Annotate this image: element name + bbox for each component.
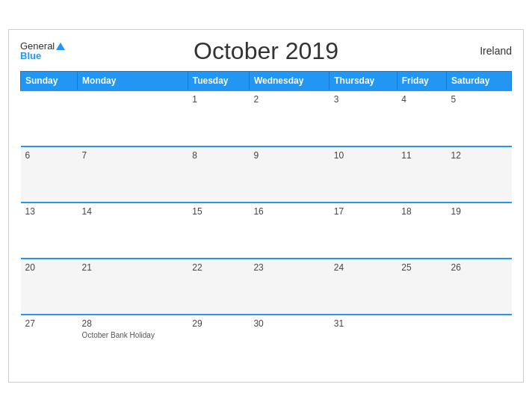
calendar-week-row: 13141516171819 (21, 203, 512, 259)
holiday-label: October Bank Holiday (82, 330, 184, 340)
day-number: 16 (253, 206, 324, 217)
day-number: 23 (253, 262, 324, 273)
calendar-day-cell: 20 (21, 259, 78, 315)
calendar-day-cell: 4 (397, 90, 446, 146)
day-number: 7 (82, 150, 184, 161)
day-number: 27 (25, 318, 73, 329)
day-number: 1 (192, 94, 244, 105)
calendar-day-cell: 9 (249, 146, 329, 203)
logo: General Blue (20, 41, 65, 61)
calendar-day-cell (447, 315, 512, 371)
calendar-day-cell: 27 (21, 315, 78, 371)
calendar-day-cell: 25 (397, 259, 446, 315)
calendar-day-cell: 10 (330, 146, 398, 203)
day-number: 15 (192, 206, 244, 217)
calendar-day-cell: 6 (21, 146, 78, 203)
calendar-day-cell: 14 (78, 203, 188, 259)
calendar-week-row: 20212223242526 (21, 259, 512, 315)
calendar-day-cell: 19 (447, 203, 512, 259)
day-number: 19 (451, 206, 507, 217)
header-wednesday: Wednesday (249, 71, 329, 90)
logo-blue-text: Blue (20, 51, 41, 61)
calendar-day-cell: 11 (397, 146, 446, 203)
day-number: 3 (334, 94, 393, 105)
calendar-day-cell: 26 (447, 259, 512, 315)
weekday-header-row: Sunday Monday Tuesday Wednesday Thursday… (21, 71, 512, 90)
day-number: 31 (334, 318, 393, 329)
day-number: 5 (451, 94, 507, 105)
calendar-day-cell: 1 (188, 90, 249, 146)
day-number: 11 (401, 150, 442, 161)
day-number: 10 (334, 150, 393, 161)
calendar-day-cell: 30 (249, 315, 329, 371)
header-monday: Monday (78, 71, 188, 90)
day-number: 21 (82, 262, 184, 273)
day-number: 25 (401, 262, 442, 273)
calendar-day-cell: 28October Bank Holiday (78, 315, 188, 371)
day-number: 8 (192, 150, 244, 161)
calendar-day-cell: 3 (330, 90, 398, 146)
header-tuesday: Tuesday (188, 71, 249, 90)
day-number: 22 (192, 262, 244, 273)
day-number: 24 (334, 262, 393, 273)
calendar-day-cell: 22 (188, 259, 249, 315)
calendar-day-cell: 31 (330, 315, 398, 371)
calendar-container: General Blue October 2019 Ireland Sunday… (8, 29, 524, 383)
day-number: 14 (82, 206, 184, 217)
calendar-day-cell: 24 (330, 259, 398, 315)
calendar-day-cell: 17 (330, 203, 398, 259)
day-number: 17 (334, 206, 393, 217)
calendar-day-cell: 15 (188, 203, 249, 259)
calendar-day-cell: 5 (447, 90, 512, 146)
calendar-header: General Blue October 2019 Ireland (20, 37, 512, 65)
day-number: 13 (25, 206, 73, 217)
calendar-day-cell (21, 90, 78, 146)
calendar-day-cell: 12 (447, 146, 512, 203)
day-number: 6 (25, 150, 73, 161)
calendar-day-cell: 21 (78, 259, 188, 315)
day-number: 18 (401, 206, 442, 217)
day-number: 9 (253, 150, 324, 161)
day-number: 2 (253, 94, 324, 105)
calendar-grid: Sunday Monday Tuesday Wednesday Thursday… (20, 71, 512, 371)
day-number: 29 (192, 318, 244, 329)
day-number: 20 (25, 262, 73, 273)
calendar-day-cell: 7 (78, 146, 188, 203)
day-number: 26 (451, 262, 507, 273)
logo-triangle-icon (56, 43, 65, 50)
calendar-day-cell: 13 (21, 203, 78, 259)
day-number: 30 (253, 318, 324, 329)
calendar-day-cell: 29 (188, 315, 249, 371)
country-label: Ireland (480, 45, 512, 57)
header-friday: Friday (397, 71, 446, 90)
day-number: 4 (401, 94, 442, 105)
header-saturday: Saturday (447, 71, 512, 90)
header-sunday: Sunday (21, 71, 78, 90)
calendar-week-row: 6789101112 (21, 146, 512, 203)
calendar-day-cell: 2 (249, 90, 329, 146)
calendar-day-cell: 18 (397, 203, 446, 259)
calendar-week-row: 2728October Bank Holiday293031 (21, 315, 512, 371)
calendar-day-cell: 23 (249, 259, 329, 315)
day-number: 12 (451, 150, 507, 161)
calendar-week-row: 12345 (21, 90, 512, 146)
calendar-day-cell: 8 (188, 146, 249, 203)
calendar-title: October 2019 (194, 37, 338, 65)
calendar-day-cell (397, 315, 446, 371)
calendar-day-cell (78, 90, 188, 146)
calendar-day-cell: 16 (249, 203, 329, 259)
day-number: 28 (82, 318, 184, 329)
header-thursday: Thursday (330, 71, 398, 90)
